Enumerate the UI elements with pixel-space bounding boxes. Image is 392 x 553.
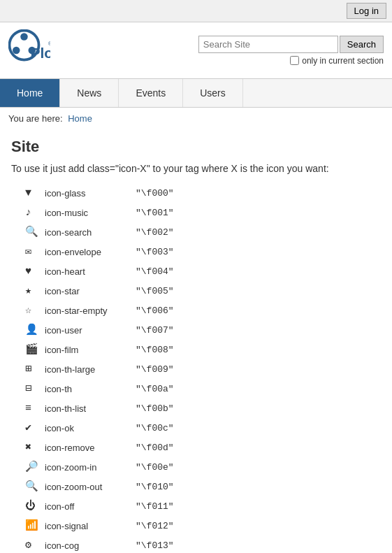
breadcrumb-home[interactable]: Home	[68, 113, 92, 124]
icon-name: icon-zoom-out	[45, 480, 136, 495]
icon-name: icon-star-empty	[45, 304, 136, 319]
plone-logo-icon: Plone ®	[8, 29, 50, 71]
icon-code: "\f006"	[136, 304, 174, 319]
list-item: ♪ icon-music "\f001"	[11, 203, 381, 223]
icon-name: icon-remove	[45, 441, 136, 456]
icon-code: "\f010"	[136, 480, 174, 495]
icon-glyph: ⊞	[25, 361, 41, 378]
list-item: ✔ icon-ok "\f00c"	[11, 419, 381, 438]
list-item: ⊞ icon-th-large "\f009"	[11, 360, 381, 380]
icon-glyph: ⚙	[25, 538, 41, 553]
svg-text:®: ®	[48, 41, 50, 46]
list-item: ⚙ icon-cog "\f013"	[11, 536, 381, 553]
icon-name: icon-off	[45, 500, 136, 515]
icon-glyph: 🔎	[25, 459, 41, 476]
icon-name: icon-user	[45, 324, 136, 338]
list-item: ♥ icon-heart "\f004"	[11, 262, 381, 282]
list-item: ▼ icon-glass "\f000"	[11, 184, 381, 203]
icon-code: "\f002"	[136, 226, 174, 240]
icon-code: "\f008"	[136, 343, 174, 358]
list-item: 🎬 icon-film "\f008"	[11, 340, 381, 360]
nav: Home News Events Users	[0, 78, 392, 108]
icon-code: "\f00e"	[136, 461, 174, 475]
icon-name: icon-zoom-in	[45, 461, 136, 475]
icon-glyph: ☆	[25, 303, 41, 319]
icon-glyph: 🔍	[25, 224, 41, 241]
current-section-label: only in current section	[302, 56, 384, 66]
icon-glyph: ★	[25, 283, 41, 300]
icon-code: "\f00c"	[136, 422, 174, 436]
icon-glyph: ⏻	[25, 498, 41, 515]
icon-name: icon-heart	[45, 265, 136, 280]
list-item: 🔍 icon-zoom-out "\f010"	[11, 477, 381, 497]
icon-code: "\f000"	[136, 187, 174, 201]
list-item: ≡ icon-th-list "\f00b"	[11, 399, 381, 419]
login-button[interactable]: Log in	[347, 3, 386, 19]
svg-point-1	[20, 33, 28, 41]
icon-code: "\f009"	[136, 363, 174, 378]
icon-name: icon-th-large	[45, 363, 136, 378]
icon-code: "\f00b"	[136, 402, 174, 417]
icon-name: icon-star	[45, 285, 136, 299]
icon-list: ▼ icon-glass "\f000" ♪ icon-music "\f001…	[11, 184, 381, 553]
svg-point-3	[13, 47, 20, 55]
icon-glyph: ♪	[25, 205, 41, 222]
svg-text:Plone: Plone	[31, 45, 51, 61]
page-title: Site	[11, 138, 381, 156]
icon-name: icon-envelope	[45, 245, 136, 260]
icon-name: icon-signal	[45, 519, 136, 534]
icon-glyph: ⊟	[25, 381, 41, 398]
icon-name: icon-glass	[45, 187, 136, 201]
current-section-checkbox[interactable]	[290, 56, 299, 65]
header: Plone ® Search only in current section	[0, 22, 392, 78]
list-item: 👤 icon-user "\f007"	[11, 321, 381, 340]
icon-code: "\f007"	[136, 324, 174, 338]
icon-code: "\f013"	[136, 539, 174, 553]
icon-glyph: ▼	[25, 185, 41, 202]
icon-name: icon-cog	[45, 539, 136, 553]
icon-glyph: ≡	[25, 401, 41, 417]
icon-name: icon-ok	[45, 422, 136, 436]
breadcrumb: You are here: Home	[0, 108, 392, 129]
icon-glyph: 📶	[25, 518, 41, 535]
icon-code: "\f012"	[136, 519, 174, 534]
icon-glyph: ♥	[25, 264, 41, 280]
list-item: ✉ icon-envelope "\f003"	[11, 243, 381, 262]
nav-item-users[interactable]: Users	[183, 79, 243, 107]
icon-glyph: 🎬	[25, 342, 41, 359]
page-description: To use it just add class="icon-X" to you…	[11, 163, 381, 174]
icon-code: "\f001"	[136, 206, 174, 221]
search-input[interactable]	[198, 36, 338, 53]
logo-area: Plone ®	[8, 29, 56, 71]
list-item: 📶 icon-signal "\f012"	[11, 517, 381, 536]
icon-code: "\f00a"	[136, 382, 174, 397]
nav-item-news[interactable]: News	[60, 79, 119, 107]
icon-name: icon-th	[45, 382, 136, 397]
breadcrumb-prefix: You are here:	[8, 113, 63, 124]
list-item: ✖ icon-remove "\f00d"	[11, 438, 381, 458]
icon-glyph: ✉	[25, 244, 41, 261]
icon-code: "\f004"	[136, 265, 174, 280]
icon-glyph: ✖	[25, 440, 41, 457]
icon-glyph: 👤	[25, 322, 41, 339]
icon-glyph: ✔	[25, 420, 41, 437]
icon-code: "\f00d"	[136, 441, 174, 456]
nav-item-home[interactable]: Home	[0, 79, 60, 107]
list-item: 🔍 icon-search "\f002"	[11, 223, 381, 243]
icon-name: icon-th-list	[45, 402, 136, 417]
list-item: ⊟ icon-th "\f00a"	[11, 380, 381, 399]
icon-code: "\f003"	[136, 245, 174, 260]
top-bar: Log in	[0, 0, 392, 22]
nav-item-events[interactable]: Events	[119, 79, 183, 107]
current-section-row: only in current section	[290, 56, 384, 66]
search-button[interactable]: Search	[340, 36, 384, 53]
icon-name: icon-search	[45, 226, 136, 240]
icon-name: icon-music	[45, 206, 136, 221]
icon-name: icon-film	[45, 343, 136, 358]
search-row: Search	[198, 36, 384, 53]
icon-code: "\f005"	[136, 285, 174, 299]
icon-code: "\f011"	[136, 500, 174, 515]
list-item: ⏻ icon-off "\f011"	[11, 497, 381, 517]
main-content: Site To use it just add class="icon-X" t…	[0, 129, 392, 553]
list-item: ☆ icon-star-empty "\f006"	[11, 301, 381, 321]
